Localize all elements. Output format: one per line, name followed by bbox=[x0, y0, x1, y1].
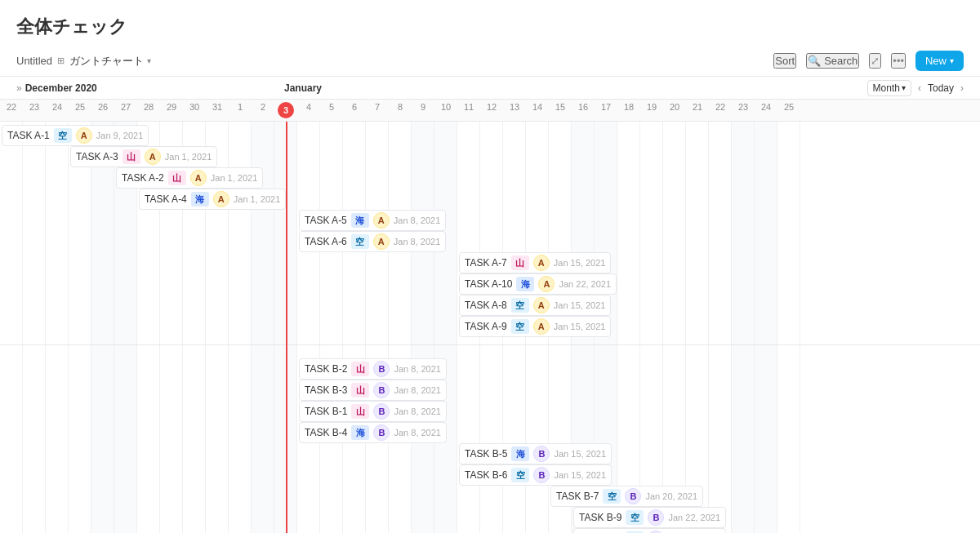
grid-column bbox=[709, 122, 732, 533]
new-button[interactable]: New ▾ bbox=[915, 51, 964, 71]
grid-column bbox=[755, 122, 777, 533]
assignee-badge: A bbox=[373, 212, 390, 229]
task-bar[interactable]: TASK A-6 空 A Jan 8, 2021 bbox=[299, 231, 446, 252]
date-cell: 4 bbox=[297, 102, 320, 118]
task-date-label: Jan 15, 2021 bbox=[554, 322, 606, 331]
date-cell: 14 bbox=[526, 102, 549, 118]
tag-umi-icon: 海 bbox=[516, 277, 534, 291]
december-label: December 2020 bbox=[25, 82, 97, 94]
assignee-badge: A bbox=[145, 149, 161, 165]
grid-column bbox=[91, 122, 114, 533]
assignee-badge: A bbox=[76, 127, 92, 144]
date-cell: 31 bbox=[206, 102, 229, 118]
task-name-label: TASK B-1 bbox=[305, 406, 347, 417]
task-bar[interactable]: TASK B-6 空 B Jan 15, 2021 bbox=[459, 464, 612, 486]
task-bar[interactable]: TASK B-5 海 B Jan 15, 2021 bbox=[459, 443, 612, 464]
assignee-badge: A bbox=[373, 233, 390, 250]
tag-yama-icon: 山 bbox=[351, 362, 369, 376]
toolbar: Untitled ⊞ ガントチャート ▾ Sort 🔍 Search ⤢ •••… bbox=[0, 46, 980, 77]
prev-arrow[interactable]: ‹ bbox=[918, 82, 921, 94]
date-cell: 8 bbox=[389, 102, 412, 118]
gantt-area: » December 2020 January Month ▾ ‹ Today … bbox=[0, 77, 980, 533]
task-date-label: Jan 8, 2021 bbox=[394, 364, 441, 374]
date-cell: 28 bbox=[137, 102, 160, 118]
expand-button[interactable]: ⤢ bbox=[869, 53, 881, 69]
task-bar[interactable]: TASK B-2 山 B Jan 8, 2021 bbox=[299, 358, 447, 380]
task-bar[interactable]: TASK B-3 山 B Jan 8, 2021 bbox=[299, 380, 447, 401]
task-date-label: Jan 22, 2021 bbox=[559, 279, 611, 289]
grid-column bbox=[412, 122, 434, 533]
tag-sora-icon: 空 bbox=[603, 489, 621, 504]
date-cell: 29 bbox=[160, 102, 183, 118]
date-cell: 20 bbox=[663, 102, 686, 118]
grid-icon: ⊞ bbox=[57, 56, 65, 66]
assignee-badge: B bbox=[373, 361, 390, 377]
date-cell: 10 bbox=[434, 102, 457, 118]
task-bar[interactable]: TASK A-5 海 A Jan 8, 2021 bbox=[299, 210, 446, 231]
view-name[interactable]: Untitled bbox=[16, 55, 52, 67]
tag-yama-icon: 山 bbox=[122, 149, 140, 164]
tag-yama-icon: 山 bbox=[351, 383, 369, 398]
date-cell: 21 bbox=[686, 102, 709, 118]
task-date-label: Jan 8, 2021 bbox=[394, 406, 441, 416]
date-cell: 26 bbox=[91, 102, 114, 118]
tag-sora-icon: 空 bbox=[511, 319, 529, 334]
task-bar[interactable]: TASK A-10 海 A Jan 22, 2021 bbox=[459, 273, 617, 295]
task-name-label: TASK A-2 bbox=[122, 172, 164, 184]
sort-button[interactable]: Sort bbox=[773, 53, 796, 69]
task-date-label: Jan 22, 2021 bbox=[668, 513, 720, 522]
today-button[interactable]: Today bbox=[928, 82, 954, 94]
grid-column bbox=[617, 122, 640, 533]
task-name-label: TASK B-9 bbox=[579, 512, 621, 523]
grid-column bbox=[663, 122, 686, 533]
grid-column bbox=[777, 122, 800, 533]
task-bar[interactable]: TASK A-4 海 A Jan 1, 2021 bbox=[139, 189, 286, 210]
search-button[interactable]: 🔍 Search bbox=[806, 53, 859, 69]
month-dropdown[interactable]: Month ▾ bbox=[867, 80, 911, 96]
task-bar[interactable]: TASK B-1 山 B Jan 8, 2021 bbox=[299, 401, 447, 422]
task-name-label: TASK A-7 bbox=[465, 257, 507, 269]
tag-sora-icon: 空 bbox=[351, 234, 369, 249]
task-bar[interactable]: TASK A-9 空 A Jan 15, 2021 bbox=[459, 316, 611, 337]
task-bar[interactable]: TASK A-1 空 A Jan 9, 2021 bbox=[2, 125, 149, 146]
task-bar[interactable]: TASK B-7 空 B Jan 20, 2021 bbox=[550, 486, 703, 507]
date-cell: 17 bbox=[595, 102, 617, 118]
task-bar[interactable]: TASK B-9 空 B Jan 22, 2021 bbox=[573, 507, 726, 528]
more-button[interactable]: ••• bbox=[891, 53, 906, 69]
task-name-label: TASK B-4 bbox=[305, 427, 347, 438]
date-cell: 1 bbox=[229, 102, 252, 118]
grid-column bbox=[434, 122, 457, 533]
chevron-down-icon: ▾ bbox=[147, 56, 151, 65]
task-name-label: TASK A-1 bbox=[7, 130, 50, 141]
tag-umi-icon: 海 bbox=[191, 192, 209, 207]
date-cell: 24 bbox=[755, 102, 777, 118]
tag-sora-icon: 空 bbox=[511, 298, 529, 313]
date-cell: 6 bbox=[343, 102, 366, 118]
january-label: January bbox=[284, 82, 322, 94]
task-group-divider bbox=[0, 344, 980, 345]
assignee-badge: A bbox=[213, 191, 229, 207]
task-bar[interactable]: TASK A-8 空 A Jan 15, 2021 bbox=[459, 295, 611, 316]
task-bar[interactable]: TASK A-7 山 A Jan 15, 2021 bbox=[459, 252, 611, 273]
date-cell: 19 bbox=[640, 102, 663, 118]
assignee-badge: A bbox=[533, 297, 550, 313]
task-bar[interactable]: TASK B-4 海 B Jan 8, 2021 bbox=[299, 422, 447, 443]
date-cell: 22 bbox=[709, 102, 732, 118]
date-cell: 27 bbox=[114, 102, 137, 118]
task-date-label: Jan 8, 2021 bbox=[394, 215, 441, 225]
assignee-badge: A bbox=[533, 318, 550, 335]
toolbar-left: Untitled ⊞ ガントチャート ▾ bbox=[16, 54, 151, 69]
task-name-label: TASK B-3 bbox=[305, 384, 347, 396]
assignee-badge: B bbox=[373, 382, 390, 398]
tag-yama-icon: 山 bbox=[511, 255, 529, 270]
assignee-badge: A bbox=[538, 276, 555, 292]
task-bar[interactable]: TASK A-3 山 A Jan 1, 2021 bbox=[70, 146, 217, 167]
task-bar[interactable]: TASK B-8 空 B Jan 22, 2021 bbox=[573, 528, 726, 533]
tag-yama-icon: 山 bbox=[168, 171, 186, 185]
assignee-badge: B bbox=[533, 467, 550, 483]
date-cell: 25 bbox=[777, 102, 800, 118]
chevron-down-icon: ▾ bbox=[902, 83, 906, 92]
next-arrow[interactable]: › bbox=[960, 82, 964, 94]
task-bar[interactable]: TASK A-2 山 A Jan 1, 2021 bbox=[116, 167, 263, 189]
chevron-down-icon: ▾ bbox=[950, 56, 954, 65]
